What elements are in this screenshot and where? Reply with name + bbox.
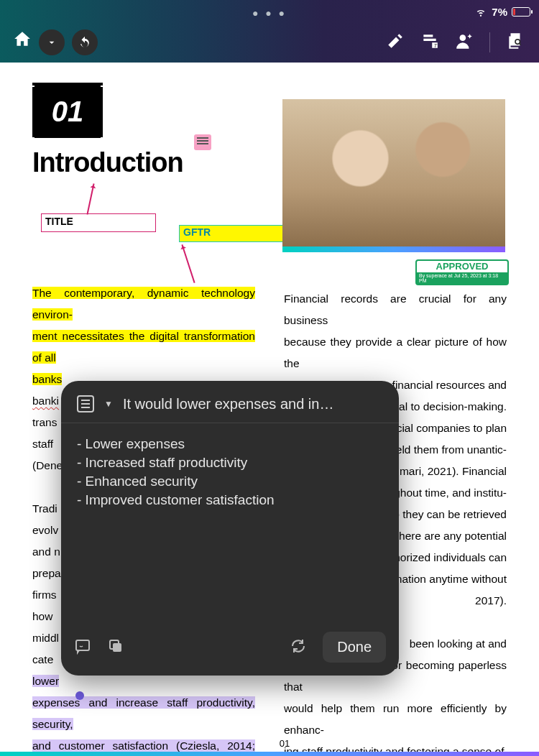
- text-style-button[interactable]: T: [420, 32, 439, 53]
- body-text: because they provide a clear picture of …: [284, 336, 507, 369]
- body-text: evolv: [32, 524, 58, 536]
- body-text: prepa: [32, 567, 61, 579]
- drag-indicator-dots: ● ● ●: [252, 7, 287, 19]
- body-text: shield them from unantic-: [382, 439, 507, 461]
- highlighted-text[interactable]: ment necessitates the digital transforma…: [32, 330, 255, 364]
- body-text: how: [32, 610, 52, 622]
- body-text: so they can be retrieved: [388, 504, 507, 525]
- refresh-icon: [290, 637, 307, 655]
- body-text: financial resources and: [392, 374, 507, 396]
- sparkle-person-icon: [455, 32, 474, 50]
- feedback-button[interactable]: [74, 637, 91, 658]
- svg-point-1: [460, 34, 466, 41]
- regenerate-button[interactable]: [290, 637, 307, 658]
- body-text: middl: [32, 632, 59, 644]
- body-text: mation anytime without: [392, 568, 507, 590]
- stamp-meta: By superace at Jul 25, 2023 at 3:18 PM: [417, 272, 507, 284]
- chapter-bar-decor: [32, 134, 103, 137]
- status-and-toolbar: ● ● ● 7% T: [0, 0, 539, 63]
- home-indicator-gradient: [0, 752, 539, 756]
- chevron-down-icon: [46, 37, 57, 48]
- stamp-label: APPROVED: [436, 261, 489, 272]
- selected-text[interactable]: expenses and increase staff productivity…: [32, 696, 255, 730]
- battery-icon: [512, 7, 530, 17]
- summary-bullet: - Lower expenses: [77, 435, 383, 453]
- svg-rect-3: [76, 640, 89, 650]
- popup-header: ▼ It would lower expenses and in…: [61, 381, 399, 423]
- body-text: 2017).: [475, 590, 507, 612]
- summary-bullet: - Enhanced security: [77, 472, 383, 491]
- body-text: ntial to decision-making.: [387, 396, 507, 418]
- annotation-arrow: [181, 244, 195, 283]
- hero-image: [282, 99, 505, 252]
- summary-bullet: - Increased staff productivity: [77, 453, 383, 472]
- copy-button[interactable]: [107, 637, 124, 658]
- annotation-arrow: [86, 183, 94, 214]
- body-text: Tradi: [32, 502, 57, 515]
- body-text: Financial records are crucial for any bu…: [284, 292, 507, 326]
- highlighter-button[interactable]: [386, 32, 405, 53]
- popup-body: - Lower expenses - Increased staff produ…: [61, 423, 399, 521]
- body-text: firms: [32, 589, 57, 601]
- search-pages-button[interactable]: [506, 32, 525, 53]
- highlighted-text[interactable]: banks: [32, 373, 62, 385]
- svg-rect-4: [113, 643, 121, 652]
- done-button[interactable]: Done: [323, 632, 386, 663]
- popup-title: It would lower expenses and in…: [123, 396, 334, 412]
- body-text: trans: [32, 416, 57, 428]
- page-title: Introduction: [32, 147, 183, 178]
- status-bar: 7%: [474, 6, 530, 18]
- chapter-bar-decor: [32, 83, 103, 86]
- comment-lines-icon: [197, 137, 208, 139]
- body-text: and n: [32, 545, 60, 558]
- approved-stamp[interactable]: APPROVED By superace at Jul 25, 2023 at …: [415, 259, 509, 285]
- body-text: (Dene: [32, 459, 63, 471]
- body-text: ancial companies to plan: [384, 418, 507, 439]
- spellcheck-word[interactable]: banki: [32, 395, 59, 407]
- hero-gradient-bar: [282, 246, 505, 252]
- copy-icon: [107, 637, 124, 655]
- ai-sparkle-button[interactable]: [455, 32, 474, 53]
- undo-icon: [78, 36, 91, 49]
- body-text: been looking at and: [410, 633, 507, 655]
- pages-search-icon: [506, 32, 525, 50]
- app-toolbar: T: [0, 22, 539, 63]
- body-text: oughout time, and institu-: [382, 482, 507, 504]
- annotation-textbox-gftr[interactable]: GFTR: [179, 225, 291, 242]
- summary-bullet: - Improved customer satisfaction: [77, 491, 383, 510]
- body-text: (Kumari, 2021). Financial: [382, 461, 507, 482]
- summary-mode-icon[interactable]: [77, 395, 94, 412]
- highlighter-icon: [386, 32, 405, 50]
- page-number: 01: [280, 738, 290, 749]
- home-button[interactable]: [13, 29, 32, 55]
- wifi-icon: [474, 7, 487, 17]
- body-text: thorized individuals can: [391, 547, 507, 568]
- popup-footer: Done: [61, 622, 399, 676]
- battery-percent: 7%: [492, 6, 507, 18]
- home-icon: [13, 29, 32, 48]
- chevron-down-icon[interactable]: ▼: [104, 399, 113, 409]
- toolbar-divider: [489, 32, 490, 52]
- document-page[interactable]: 01 Introduction TITLE GFTR APPROVED By s…: [0, 63, 539, 756]
- dropdown-button[interactable]: [39, 29, 65, 55]
- chat-smile-icon: [74, 637, 91, 655]
- chapter-number: 01: [32, 87, 103, 136]
- ai-summary-popup: ▼ It would lower expenses and in… - Lowe…: [61, 381, 399, 676]
- body-text: if there are any potential: [387, 525, 507, 547]
- body-text: staff: [32, 438, 53, 450]
- highlighted-text[interactable]: The contemporary, dynamic technology env…: [32, 287, 255, 321]
- selection-handle[interactable]: [75, 691, 84, 700]
- text-style-icon: T: [420, 32, 439, 50]
- body-text: would help them run more efficiently by …: [284, 702, 507, 736]
- annotation-textbox-title[interactable]: TITLE: [41, 213, 156, 232]
- undo-button[interactable]: [72, 29, 98, 55]
